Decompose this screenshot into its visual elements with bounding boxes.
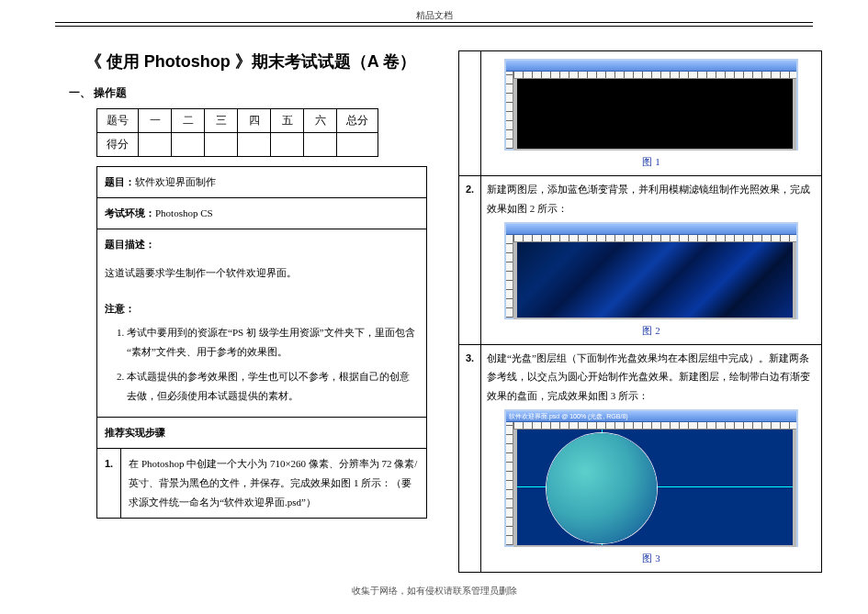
photoshop-window bbox=[504, 59, 798, 151]
canvas-area bbox=[513, 430, 796, 547]
black-canvas bbox=[517, 79, 793, 149]
table-row: 2. 新建两图层，添加蓝色渐变背景，并利用模糊滤镜组制作光照效果，完成效果如图 … bbox=[459, 175, 822, 344]
figure-caption: 图 1 bbox=[487, 152, 816, 172]
env-value: Photoshop CS bbox=[155, 207, 213, 218]
table-row: 题目：软件欢迎界面制作 bbox=[97, 167, 427, 198]
window-titlebar bbox=[506, 224, 796, 235]
two-column-layout: 《 使用 Photoshop 》期末考试试题（A 卷） 一、 操作题 题号 一 … bbox=[69, 50, 822, 559]
note-label: 注意： bbox=[105, 299, 419, 318]
note-list: 考试中要用到的资源在“PS 初 级学生用资源”文件夹下，里面包含“素材”文件夹、… bbox=[127, 323, 419, 406]
figure-caption: 图 3 bbox=[487, 549, 816, 568]
table-row: 题号 一 二 三 四 五 六 总分 bbox=[97, 109, 378, 133]
table-row: 考试环境：Photoshop CS bbox=[97, 197, 427, 229]
step-number: 3. bbox=[459, 344, 481, 573]
canvas-area bbox=[513, 242, 796, 319]
env-label: 考试环境： bbox=[105, 207, 155, 218]
desc-label: 题目描述： bbox=[105, 235, 419, 254]
step-number: 2. bbox=[459, 175, 481, 344]
score-cell bbox=[304, 133, 337, 157]
score-col: 一 bbox=[139, 109, 172, 133]
header-label: 精品文档 bbox=[411, 9, 458, 22]
score-col-total: 总分 bbox=[337, 109, 378, 133]
score-cell bbox=[337, 133, 378, 157]
footer-note: 收集于网络，如有侵权请联系管理员删除 bbox=[352, 585, 517, 597]
topic-cell: 题目：软件欢迎界面制作 bbox=[97, 167, 427, 198]
score-cell bbox=[205, 133, 238, 157]
ruler-vertical-icon bbox=[506, 72, 513, 149]
list-item: 考试中要用到的资源在“PS 初 级学生用资源”文件夹下，里面包含“素材”文件夹、… bbox=[127, 323, 419, 362]
score-col: 三 bbox=[205, 109, 238, 133]
ruler-vertical-icon bbox=[506, 235, 513, 318]
score-table: 题号 一 二 三 四 五 六 总分 得分 bbox=[96, 108, 378, 157]
step-body: 在 Photoshop 中创建一个大小为 710×260 像素、分辨率为 72 … bbox=[121, 448, 427, 518]
table-row: 题目描述： 这道试题要求学生制作一个软件欢迎界面。 注意： 考试中要用到的资源在… bbox=[97, 229, 427, 417]
step3-cell: 创建“光盘”图层组（下面制作光盘效果均在本图层组中完成）。新建两条参考线，以交点… bbox=[481, 344, 822, 573]
score-col: 四 bbox=[238, 109, 271, 133]
dark-blue-canvas bbox=[517, 430, 793, 545]
page-root: 精品文档 《 使用 Photoshop 》期末考试试题（A 卷） 一、 操作题 … bbox=[0, 0, 868, 614]
ruler-horizontal-icon bbox=[513, 422, 796, 430]
table-row: 得分 bbox=[97, 133, 378, 157]
topic-label: 题目： bbox=[105, 176, 135, 187]
list-item: 本试题提供的参考效果图，学生也可以不参考，根据自己的创意去做，但必须使用本试题提… bbox=[127, 367, 419, 406]
instruction-table: 题目：软件欢迎界面制作 考试环境：Photoshop CS 题目描述： 这道试题… bbox=[96, 166, 427, 519]
table-row: 1. 在 Photoshop 中创建一个大小为 710×260 像素、分辨率为 … bbox=[97, 448, 427, 518]
steps-table: 图 1 2. 新建两图层，添加蓝色渐变背景，并利用模糊滤镜组制作光照效果，完成效… bbox=[458, 50, 822, 573]
step2-body: 新建两图层，添加蓝色渐变背景，并利用模糊滤镜组制作光照效果，完成效果如图 2 所… bbox=[487, 180, 816, 218]
step-number: 1. bbox=[97, 448, 121, 518]
photoshop-window bbox=[504, 222, 798, 319]
topic-value: 软件欢迎界面制作 bbox=[135, 176, 216, 187]
table-row: 图 1 bbox=[459, 51, 822, 176]
header-rule-bottom bbox=[55, 26, 813, 27]
ruler-horizontal-icon bbox=[513, 235, 796, 242]
exam-title: 《 使用 Photoshop 》期末考试试题（A 卷） bbox=[69, 50, 433, 73]
score-cell bbox=[238, 133, 271, 157]
right-column: 图 1 2. 新建两图层，添加蓝色渐变背景，并利用模糊滤镜组制作光照效果，完成效… bbox=[458, 50, 822, 559]
score-cell bbox=[271, 133, 304, 157]
table-row: 3. 创建“光盘”图层组（下面制作光盘效果均在本图层组中完成）。新建两条参考线，… bbox=[459, 344, 822, 573]
score-col: 六 bbox=[304, 109, 337, 133]
desc-cell: 题目描述： 这道试题要求学生制作一个软件欢迎界面。 注意： 考试中要用到的资源在… bbox=[97, 229, 427, 417]
step2-cell: 新建两图层，添加蓝色渐变背景，并利用模糊滤镜组制作光照效果，完成效果如图 2 所… bbox=[481, 175, 822, 344]
figure-caption: 图 2 bbox=[487, 321, 816, 340]
score-rowhead-score: 得分 bbox=[97, 133, 139, 157]
env-cell: 考试环境：Photoshop CS bbox=[97, 197, 427, 229]
blue-gradient-canvas bbox=[517, 242, 793, 318]
score-col: 二 bbox=[172, 109, 205, 133]
window-titlebar: 软件欢迎界面.psd @ 100% (光盘, RGB/8) bbox=[506, 411, 796, 422]
canvas-area bbox=[513, 79, 796, 151]
ruler-horizontal-icon bbox=[513, 72, 796, 79]
score-col: 五 bbox=[271, 109, 304, 133]
desc-body: 这道试题要求学生制作一个软件欢迎界面。 bbox=[105, 263, 419, 283]
score-cell bbox=[172, 133, 205, 157]
score-cell bbox=[139, 133, 172, 157]
photoshop-window: 软件欢迎界面.psd @ 100% (光盘, RGB/8) bbox=[504, 409, 798, 547]
header-rule-top bbox=[55, 22, 813, 23]
table-row: 推荐实现步骤 bbox=[97, 418, 427, 449]
score-rowhead-number: 题号 bbox=[97, 109, 139, 133]
left-column: 《 使用 Photoshop 》期末考试试题（A 卷） 一、 操作题 题号 一 … bbox=[69, 50, 433, 559]
step3-body: 创建“光盘”图层组（下面制作光盘效果均在本图层组中完成）。新建两条参考线，以交点… bbox=[487, 349, 816, 407]
disc-shape bbox=[547, 433, 657, 543]
section-one-label: 一、 操作题 bbox=[69, 85, 433, 101]
ruler-vertical-icon bbox=[506, 422, 513, 545]
window-titlebar bbox=[506, 61, 796, 72]
step-number-empty bbox=[459, 51, 481, 176]
figure1-cell: 图 1 bbox=[481, 51, 822, 176]
steps-label-cell: 推荐实现步骤 bbox=[97, 418, 427, 449]
